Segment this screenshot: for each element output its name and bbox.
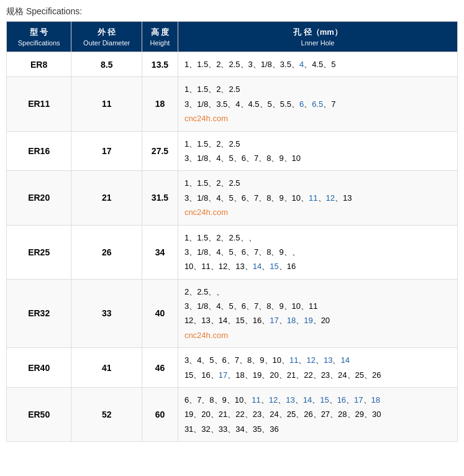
outer-diameter-cell: 52 xyxy=(71,388,142,442)
table-row: ER5052606、7、8、9、10、11、12、13、14、15、16、17、… xyxy=(7,388,458,442)
table-row: ER161727.51、1.5、2、2.53、1/8、4、5、6、7、8、9、1… xyxy=(7,131,458,171)
table-row: ER1111181、1.5、2、2.53、1/8、3.5、4、4.5、5、5.5… xyxy=(7,77,458,131)
holes-line: 1、1.5、2、2.5、、 xyxy=(184,231,453,245)
holes-line: 3、1/8、4、5、6、7、8、9、10、11 xyxy=(184,299,453,313)
spec-cell: ER11 xyxy=(7,77,71,131)
height-cell: 40 xyxy=(142,279,178,348)
holes-line: 31、32、33、34、35、36 xyxy=(184,422,453,436)
holes-cell: 2、2.5、、3、1/8、4、5、6、7、8、9、10、1112、13、14、1… xyxy=(178,279,457,348)
spec-cell: ER40 xyxy=(7,348,71,388)
watermark: cnc24h.com xyxy=(184,328,453,342)
col-outer-header: 外 径 Outer Diameter xyxy=(71,22,142,52)
table-row: ER3233402、2.5、、3、1/8、4、5、6、7、8、9、10、1112… xyxy=(7,279,458,348)
table-header-row: 型 号 Specifications 外 径 Outer Diameter 高 … xyxy=(7,22,458,52)
holes-cell: 1、1.5、2、2.5、3、1/8、3.5、4、4.5、5 xyxy=(178,52,457,77)
holes-cell: 1、1.5、2、2.5、、3、1/8、4、5、6、7、8、9、、10、11、12… xyxy=(178,225,457,279)
holes-cell: 6、7、8、9、10、11、12、13、14、15、16、17、1819、20、… xyxy=(178,388,457,442)
col-height-header: 高 度 Height xyxy=(142,22,178,52)
watermark: cnc24h.com xyxy=(184,205,453,219)
holes-line: 1、1.5、2、2.5 xyxy=(184,176,453,190)
outer-diameter-cell: 41 xyxy=(71,348,142,388)
outer-diameter-cell: 8.5 xyxy=(71,52,142,77)
holes-line: 19、20、21、22、23、24、25、26、27、28、29、30 xyxy=(184,407,453,421)
holes-line: 3、1/8、4、5、6、7、8、9、10、11、12、13 xyxy=(184,191,453,205)
holes-line: 3、1/8、4、5、6、7、8、9、、 xyxy=(184,245,453,259)
height-cell: 18 xyxy=(142,77,178,131)
height-cell: 13.5 xyxy=(142,52,178,77)
holes-line: 1、1.5、2、2.5、3、1/8、3.5、4、4.5、5 xyxy=(184,57,453,71)
watermark: cnc24h.com xyxy=(184,111,453,126)
spec-cell: ER16 xyxy=(7,131,71,171)
col-holes-header: 孔 径（mm） Lnner Hole xyxy=(178,22,457,52)
height-cell: 27.5 xyxy=(142,131,178,171)
specifications-table: 型 号 Specifications 外 径 Outer Diameter 高 … xyxy=(6,21,458,442)
col-spec-header: 型 号 Specifications xyxy=(7,22,71,52)
holes-line: 1、1.5、2、2.5 xyxy=(184,137,453,151)
holes-line: 6、7、8、9、10、11、12、13、14、15、16、17、18 xyxy=(184,393,453,407)
holes-line: 3、1/8、4、5、6、7、8、9、10 xyxy=(184,151,453,165)
spec-cell: ER20 xyxy=(7,171,71,225)
outer-diameter-cell: 33 xyxy=(71,279,142,348)
spec-cell: ER50 xyxy=(7,388,71,442)
height-cell: 34 xyxy=(142,225,178,279)
holes-cell: 3、4、5、6、7、8、9、10、11、12、13、1415、16、17、18、… xyxy=(178,348,457,388)
outer-diameter-cell: 26 xyxy=(71,225,142,279)
table-row: ER2526341、1.5、2、2.5、、3、1/8、4、5、6、7、8、9、、… xyxy=(7,225,458,279)
holes-cell: 1、1.5、2、2.53、1/8、3.5、4、4.5、5、5.5、6、6.5、7… xyxy=(178,77,457,131)
spec-cell: ER25 xyxy=(7,225,71,279)
holes-line: 3、1/8、3.5、4、4.5、5、5.5、6、6.5、7 xyxy=(184,97,453,111)
outer-diameter-cell: 21 xyxy=(71,171,142,225)
holes-line: 12、13、14、15、16、17、18、19、20 xyxy=(184,313,453,327)
height-cell: 31.5 xyxy=(142,171,178,225)
spec-cell: ER8 xyxy=(7,52,71,77)
table-row: ER4041463、4、5、6、7、8、9、10、11、12、13、1415、1… xyxy=(7,348,458,388)
spec-cell: ER32 xyxy=(7,279,71,348)
outer-diameter-cell: 11 xyxy=(71,77,142,131)
table-row: ER88.513.51、1.5、2、2.5、3、1/8、3.5、4、4.5、5 xyxy=(7,52,458,77)
table-row: ER202131.51、1.5、2、2.53、1/8、4、5、6、7、8、9、1… xyxy=(7,171,458,225)
holes-cell: 1、1.5、2、2.53、1/8、4、5、6、7、8、9、10、11、12、13… xyxy=(178,171,457,225)
holes-cell: 1、1.5、2、2.53、1/8、4、5、6、7、8、9、10 xyxy=(178,131,457,171)
height-cell: 60 xyxy=(142,388,178,442)
outer-diameter-cell: 17 xyxy=(71,131,142,171)
height-cell: 46 xyxy=(142,348,178,388)
holes-line: 1、1.5、2、2.5 xyxy=(184,82,453,96)
holes-line: 15、16、17、18、19、20、21、22、23、24、25、26 xyxy=(184,368,453,382)
holes-line: 3、4、5、6、7、8、9、10、11、12、13、14 xyxy=(184,353,453,367)
page-title: 规格 Specifications: xyxy=(6,6,458,17)
holes-line: 2、2.5、、 xyxy=(184,285,453,299)
holes-line: 10、11、12、13、14、15、16 xyxy=(184,259,453,273)
